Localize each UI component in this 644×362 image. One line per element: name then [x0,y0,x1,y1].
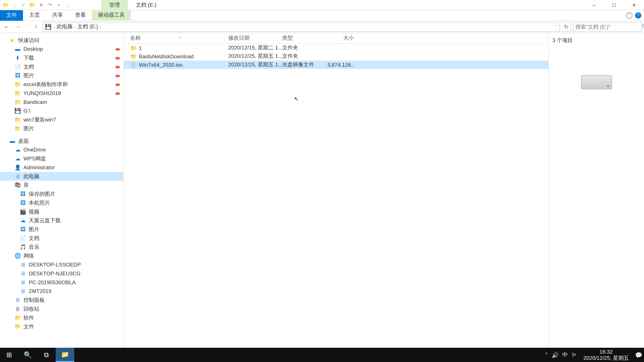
file-date: 2020/12/25, 星期五 1... [228,61,282,68]
nav-net-pc4[interactable]: 🖥ZMT2019 [0,287,124,296]
nav-excel-folder[interactable]: 📁excel表格制作求和📌 [0,80,124,89]
column-date[interactable]: 修改日期 [228,34,282,42]
breadcrumb[interactable]: 💾 › 此电脑 › 文档 (E:) › ˅ [42,22,560,32]
nav-camera-roll[interactable]: 🖼本机照片 [0,198,124,207]
new-folder-icon[interactable]: 📁 [28,1,36,9]
nav-videos[interactable]: 🎬视频 [0,207,124,216]
column-size[interactable]: 大小 [327,34,354,42]
search-box[interactable]: 🔍 [573,22,642,32]
nav-saved-pictures[interactable]: 🖼保存的图片 [0,190,124,198]
flag-icon[interactable]: 🏳 [572,352,577,358]
nav-drive-g[interactable]: 💾G:\ [0,107,124,115]
nav-documents[interactable]: 📄文档📌 [0,62,124,71]
sort-ascending-icon: ^ [180,36,181,40]
titlebar: 📁 | ✓ 📁 ✕ ↷ ▾ | 管理 文档 (E:) ─ ☐ ✕ [0,0,644,10]
tab-share[interactable]: 共享 [46,10,69,20]
close-button[interactable]: ✕ [624,0,644,10]
document-icon: 📄 [20,235,26,242]
nav-control-panel[interactable]: ⚙控制面板 [0,296,124,305]
nav-win7-folder[interactable]: 📁win7重装win7 [0,115,124,124]
tab-home[interactable]: 主页 [23,10,46,20]
picture-icon: 🖼 [20,226,26,233]
nav-desktop[interactable]: ▬Desktop📌 [0,44,124,53]
nav-libraries[interactable]: 📚库 [0,181,124,190]
file-row[interactable]: 📁 BaiduNetdiskDownload 2020/12/25, 星期五 1… [124,52,548,60]
undo-icon[interactable]: ↷ [46,1,54,9]
pin-icon: 📌 [114,90,121,97]
chevron-right-icon[interactable]: › [74,24,76,29]
nav-user[interactable]: 👤Administrator [0,163,124,172]
control-panel-icon: ⚙ [14,297,21,304]
pin-icon: 📌 [114,45,121,53]
nav-bandicam[interactable]: 📁Bandicam [0,98,124,107]
chevron-right-icon[interactable]: › [99,24,102,29]
file-type: 文件夹 [282,44,327,52]
folder-icon: 📁 [14,314,21,321]
navigation-pane: ★快速访问 ▬Desktop📌 ⬇下载📌 📄文档📌 🖼图片📌 📁excel表格制… [0,33,124,352]
nav-lib-music[interactable]: 🎵音乐 [0,243,124,252]
nav-network[interactable]: 🌐网络 [0,251,124,260]
chevron-down-icon[interactable]: ˅ [554,24,558,29]
nav-net-pc2[interactable]: 🖥DESKTOP-NJEU3CG [0,269,124,278]
tray-clock[interactable]: 16:32 2020/12/25, 星期五 [581,349,632,361]
tab-drive-tools[interactable]: 驱动器工具 [92,10,131,20]
qat-dropdown-icon[interactable]: ▾ [55,1,63,9]
nav-downloads[interactable]: ⬇下载📌 [0,53,124,62]
nav-pictures2[interactable]: 📁图片 [0,124,124,133]
nav-pictures[interactable]: 🖼图片📌 [0,71,124,80]
nav-this-pc[interactable]: 🖥此电脑 [0,172,124,181]
search-icon[interactable]: 🔍 [642,24,644,29]
action-center-icon[interactable]: 💬 [635,352,642,358]
pc-icon: 🖥 [20,261,26,268]
pin-icon: 📌 [114,54,121,61]
nav-desktop-root[interactable]: ▬桌面 [0,137,124,145]
nav-onedrive[interactable]: ☁OneDrive [0,145,124,154]
ribbon-collapse-icon[interactable]: ˅ [626,12,632,18]
help-icon[interactable]: ? [635,12,641,18]
qat-sep2: | [64,1,72,9]
tab-file[interactable]: 文件 [0,10,23,20]
nav-lib-documents[interactable]: 📄文档 [0,234,124,243]
search-button[interactable]: 🔍 [18,348,37,362]
nav-files[interactable]: 📁文件 [0,322,124,331]
column-type[interactable]: 类型 [282,34,327,42]
file-list[interactable]: 名称^ 修改日期 类型 大小 📁 1 2020/12/15, 星期二 1... … [124,33,548,352]
folder-icon: 📁 [14,116,21,123]
nav-quick-access[interactable]: ★快速访问 [0,36,124,45]
nav-net-pc3[interactable]: 🖥PC-20190530OBLA [0,278,124,287]
nav-lib-pictures[interactable]: 🖼图片 [0,225,124,234]
history-dropdown-icon[interactable]: ˅ [25,22,29,32]
properties-icon[interactable]: ✓ [20,1,27,9]
tray-chevron-icon[interactable]: ˄ [545,352,548,358]
pc-icon: 🖥 [20,279,26,286]
back-button[interactable]: ← [2,22,12,32]
breadcrumb-pc[interactable]: 此电脑 [57,23,72,30]
nav-tianyi[interactable]: ☁天翼云盘下载 [0,216,124,225]
chevron-right-icon[interactable]: › [53,24,56,29]
column-name[interactable]: 名称^ [130,34,228,42]
refresh-button[interactable]: ↻ [562,22,572,32]
file-type: 文件夹 [282,53,327,60]
file-type: 光盘映像文件 [282,61,327,68]
start-button[interactable]: ⊞ [0,348,18,362]
nav-wps[interactable]: ☁WPS网盘 [0,154,124,163]
maximize-button[interactable]: ☐ [604,0,624,10]
delete-icon[interactable]: ✕ [37,1,45,9]
search-input[interactable] [576,24,642,30]
breadcrumb-location[interactable]: 文档 (E:) [77,23,98,30]
file-row[interactable]: 💿 Win7x64_2020.iso 2020/12/25, 星期五 1... … [124,60,548,69]
tab-view[interactable]: 查看 [69,10,92,20]
file-row[interactable]: 📁 1 2020/12/15, 星期二 1... 文件夹 [124,44,548,52]
nav-yunqishi[interactable]: 📁YUNQISHI2019📌 [0,89,124,98]
pc-icon: 🖥 [20,288,26,295]
nav-software[interactable]: 📁软件 [0,313,124,322]
explorer-taskbar-button[interactable]: 📁 [56,348,74,362]
up-button[interactable]: ↑ [31,22,41,32]
volume-icon[interactable]: 🔊 [552,352,559,358]
nav-recycle-bin[interactable]: 🗑回收站 [0,305,124,313]
nav-net-pc1[interactable]: 🖥DESKTOP-LSSOEDP [0,260,124,269]
minimize-button[interactable]: ─ [584,0,604,10]
forward-button[interactable]: → [13,22,23,32]
task-view-button[interactable]: ⧉ [37,348,56,362]
ime-icon[interactable]: 中 [562,351,568,359]
